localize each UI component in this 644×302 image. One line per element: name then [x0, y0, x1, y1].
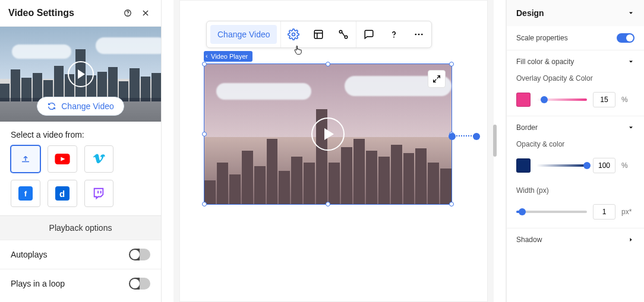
dock-handle[interactable]: [449, 133, 456, 140]
border-color-swatch[interactable]: [516, 158, 531, 173]
overlay-opacity-input[interactable]: [593, 92, 615, 107]
design-panel: Design Scale properties Fill color & opa…: [506, 0, 644, 302]
source-section-label: Select a video from:: [0, 122, 161, 145]
layout-icon: [313, 29, 324, 40]
loop-toggle[interactable]: [129, 278, 150, 290]
scale-label: Scale properties: [516, 34, 617, 42]
video-play-icon[interactable]: [311, 117, 345, 151]
resize-handle[interactable]: [202, 62, 207, 66]
pointer-cursor-icon: [293, 43, 304, 56]
playback-section-header: Playback options: [0, 215, 161, 240]
canvas[interactable]: Change Video Video P: [179, 0, 488, 302]
editor-canvas-area: Change Video Video P: [162, 0, 506, 302]
source-youtube[interactable]: [48, 145, 77, 173]
video-settings-panel: Video Settings Change Video Select a vid…: [0, 0, 162, 302]
svg-point-8: [415, 34, 417, 36]
source-upload[interactable]: [11, 145, 40, 173]
scrollbar[interactable]: [493, 125, 497, 157]
svg-point-10: [421, 34, 423, 36]
width-input[interactable]: [593, 204, 615, 220]
upload-icon: [20, 154, 31, 164]
shadow-header[interactable]: Shadow: [507, 228, 644, 251]
overlay-color-swatch[interactable]: [516, 93, 531, 107]
design-header[interactable]: Design: [507, 0, 644, 26]
gear-icon: [288, 28, 299, 40]
expand-button[interactable]: [428, 70, 446, 88]
percent-unit: %: [621, 96, 634, 104]
overlay-controls: %: [507, 88, 644, 116]
toolbar-change-video[interactable]: Change Video: [210, 25, 277, 44]
toolbar-animations[interactable]: [331, 23, 356, 46]
source-vimeo[interactable]: [84, 145, 114, 173]
border-opacity-input[interactable]: [593, 158, 615, 173]
video-preview: Change Video: [0, 27, 161, 122]
toolbar-comment[interactable]: [356, 23, 381, 46]
panel-header: Video Settings: [0, 0, 161, 27]
source-facebook[interactable]: f: [11, 180, 40, 207]
percent-unit: %: [621, 161, 634, 170]
resize-handle[interactable]: [449, 62, 454, 66]
scale-row: Scale properties: [507, 26, 644, 50]
chevron-down-icon: [627, 9, 634, 17]
chevron-right-icon: [627, 236, 634, 243]
source-dailymotion[interactable]: d: [48, 180, 77, 207]
help-button[interactable]: [121, 6, 135, 20]
twitch-icon: [92, 187, 105, 200]
close-icon: [141, 9, 150, 17]
toolbar-more[interactable]: [406, 23, 431, 46]
loop-label: Plays in a loop: [11, 279, 129, 288]
width-controls: px*: [507, 201, 644, 228]
svg-point-3: [292, 33, 295, 36]
px-unit: px*: [621, 208, 634, 216]
chevron-down-icon: [627, 58, 634, 65]
svg-point-7: [394, 37, 395, 38]
design-title: Design: [516, 8, 544, 18]
docking-guide: [452, 135, 476, 136]
toolbar-layout[interactable]: [306, 23, 331, 46]
element-tag[interactable]: Video Player: [204, 51, 252, 62]
fill-header[interactable]: Fill color & opacity: [507, 50, 644, 73]
border-opacity-slider[interactable]: [536, 158, 587, 173]
resize-handle[interactable]: [202, 202, 207, 206]
comment-icon: [364, 29, 374, 40]
overlay-label: Overlay Opacity & Color: [507, 73, 644, 88]
resize-handle[interactable]: [326, 62, 330, 66]
svg-point-9: [418, 34, 420, 36]
overlay-opacity-slider[interactable]: [536, 93, 587, 107]
resize-handle[interactable]: [326, 202, 330, 206]
source-twitch[interactable]: [84, 180, 114, 207]
autoplays-label: Autoplays: [11, 250, 129, 259]
resize-handle[interactable]: [202, 132, 207, 136]
autoplays-toggle[interactable]: [129, 249, 150, 260]
chevron-down-icon: [627, 124, 634, 131]
border-header[interactable]: Border: [507, 116, 644, 139]
expand-icon: [432, 74, 441, 84]
vimeo-icon: [92, 153, 105, 165]
refresh-icon: [47, 101, 56, 111]
help-icon: [124, 9, 132, 17]
facebook-icon: f: [18, 186, 33, 201]
border-opacity-label: Opacity & color: [507, 139, 644, 154]
change-video-button[interactable]: Change Video: [37, 97, 124, 116]
source-grid: f d: [0, 145, 161, 215]
dailymotion-icon: d: [55, 186, 70, 201]
resize-handle[interactable]: [449, 202, 454, 206]
change-video-label: Change Video: [61, 101, 113, 111]
toolbar-settings[interactable]: [281, 23, 306, 46]
dock-handle[interactable]: [473, 133, 480, 140]
more-icon: [413, 29, 424, 40]
play-icon[interactable]: [68, 61, 94, 87]
border-controls: %: [507, 154, 644, 182]
width-slider[interactable]: [516, 205, 587, 219]
element-toolbar: Change Video: [206, 21, 432, 48]
video-player-element[interactable]: [204, 63, 452, 205]
close-button[interactable]: [138, 6, 153, 20]
svg-point-1: [127, 14, 128, 15]
panel-title: Video Settings: [8, 8, 121, 18]
youtube-icon: [55, 154, 70, 164]
autoplays-row: Autoplays: [0, 240, 161, 269]
scale-toggle[interactable]: [617, 33, 634, 43]
loop-row: Plays in a loop: [0, 269, 161, 298]
toolbar-help[interactable]: [381, 23, 406, 46]
help-icon: [389, 29, 399, 40]
